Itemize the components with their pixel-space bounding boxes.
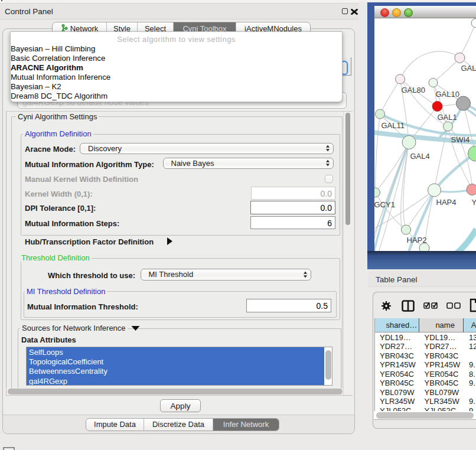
svg-text:GAL11: GAL11 — [381, 121, 405, 130]
svg-text:GAL10: GAL10 — [435, 90, 459, 99]
svg-text:GAL1: GAL1 — [437, 113, 457, 122]
svg-text:GAL7: GAL7 — [461, 64, 476, 73]
svg-text:GAL80: GAL80 — [401, 86, 425, 94]
svg-text:GCY1: GCY1 — [374, 200, 395, 209]
svg-text:HAP2: HAP2 — [406, 236, 426, 244]
svg-text:GAL4: GAL4 — [410, 152, 429, 161]
svg-text:HAP4: HAP4 — [436, 198, 456, 207]
svg-text:Y: Y — [471, 198, 476, 207]
svg-text:SWI4: SWI4 — [451, 135, 470, 144]
